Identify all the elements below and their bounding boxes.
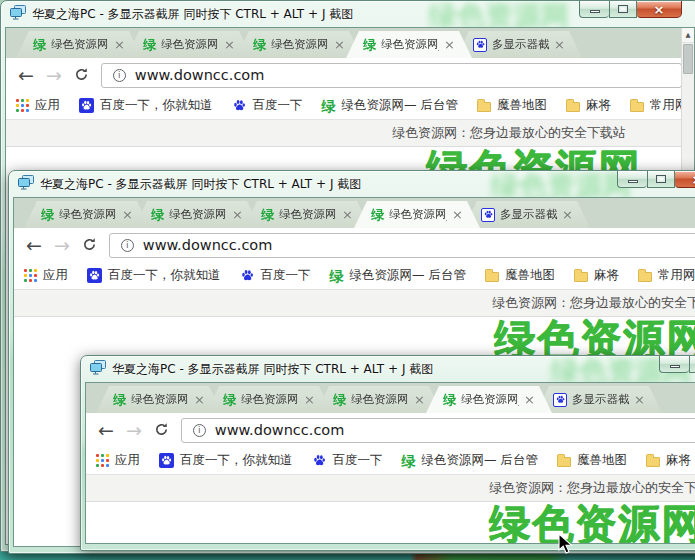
bookmark-apps[interactable]: 应用 xyxy=(16,97,60,114)
browser-tab[interactable]: 多显示器截屏 × xyxy=(456,31,582,58)
bookmark-label: 百度一下，你就知道 xyxy=(100,97,213,114)
reload-button[interactable] xyxy=(82,236,97,255)
bookmark-item[interactable]: 百度一下 xyxy=(240,267,311,284)
tab-close-icon[interactable]: × xyxy=(524,394,535,406)
bookmark-item[interactable]: 百度一下，你就知道 xyxy=(87,267,221,284)
browser-tab[interactable]: 多显示器截屏 × xyxy=(464,201,590,228)
browser-tab-active[interactable]: 绿 绿色资源网_绿 × xyxy=(426,386,552,413)
url-text[interactable]: www.downcc.com xyxy=(135,67,265,83)
page-info-icon[interactable]: i xyxy=(121,239,134,252)
scrollbar-thumb[interactable] xyxy=(683,44,693,74)
forward-button[interactable]: → xyxy=(46,66,62,85)
bookmark-item[interactable]: 绿 绿色资源网— 后台管 xyxy=(402,452,538,469)
page-content: 绿色资源网 www.downcc.com xyxy=(86,502,695,543)
tab-close-icon[interactable]: × xyxy=(334,39,345,51)
window-titlebar[interactable]: 华夏之海PC - 多显示器截屏 同时按下 CTRL + ALT + J 截图 绿… xyxy=(1,1,695,27)
browser-toolbar: ← → i www.downcc.com xyxy=(6,58,694,92)
bookmark-folder[interactable]: 魔兽地图 xyxy=(485,267,555,284)
back-button[interactable]: ← xyxy=(98,421,114,440)
tab-close-icon[interactable]: × xyxy=(114,39,125,51)
maximize-button[interactable] xyxy=(647,171,675,188)
window-title: 华夏之海PC - 多显示器截屏 同时按下 CTRL + ALT + J 截图 xyxy=(40,176,361,193)
bookmark-apps[interactable]: 应用 xyxy=(24,267,68,284)
browser-tab[interactable]: 绿 绿色资源网— × xyxy=(206,386,332,413)
maximize-button[interactable] xyxy=(609,1,637,18)
bookmark-item[interactable]: 绿 绿色资源网— 后台管 xyxy=(330,267,466,284)
tab-label: 多显示器截屏 xyxy=(572,392,629,407)
tab-close-icon[interactable]: × xyxy=(232,209,243,221)
browser-tab[interactable]: 绿 绿色资源网— × xyxy=(236,31,362,58)
tab-label: 绿色资源网— xyxy=(131,392,189,407)
address-bar[interactable]: i www.downcc.com xyxy=(181,418,695,443)
forward-button[interactable]: → xyxy=(54,236,70,255)
page-info-icon[interactable]: i xyxy=(193,424,206,437)
url-text[interactable]: www.downcc.com xyxy=(143,237,273,253)
site-favicon: 绿 xyxy=(333,393,346,406)
tab-label: 多显示器截屏 xyxy=(500,207,557,222)
back-button[interactable]: ← xyxy=(26,236,42,255)
baidu-paw-icon xyxy=(232,98,247,113)
browser-tab[interactable]: 绿 绿色资源网— × xyxy=(134,201,260,228)
browser-tab[interactable]: 绿 绿色资源网— × xyxy=(316,386,442,413)
minimize-button[interactable] xyxy=(579,1,609,18)
bookmark-folder[interactable]: 魔兽地图 xyxy=(557,452,627,469)
browser-tab[interactable]: 多显示器截屏 × xyxy=(536,386,662,413)
site-favicon: 绿 xyxy=(223,393,236,406)
bookmark-folder[interactable]: 麻将 xyxy=(574,267,619,284)
bookmark-label: 应用 xyxy=(115,452,140,469)
browser-tab-active[interactable]: 绿 绿色资源网_绿 × xyxy=(346,31,472,58)
bookmark-item[interactable]: 百度一下 xyxy=(312,452,383,469)
tab-close-icon[interactable]: × xyxy=(342,209,353,221)
reload-button[interactable] xyxy=(154,421,169,440)
site-favicon: 绿 xyxy=(443,393,456,406)
tab-label: 绿色资源网_绿 xyxy=(461,392,519,407)
bookmark-apps[interactable]: 应用 xyxy=(96,452,140,469)
tab-close-icon[interactable]: × xyxy=(562,209,573,221)
tab-close-icon[interactable]: × xyxy=(554,39,565,51)
bookmark-item[interactable]: 百度一下，你就知道 xyxy=(79,97,213,114)
maximize-button[interactable] xyxy=(689,356,695,373)
browser-tab[interactable]: 绿 绿色资源网— × xyxy=(244,201,370,228)
baidu-paw-icon xyxy=(312,453,327,468)
browser-tab[interactable]: 绿 绿色资源网— × xyxy=(24,201,150,228)
reload-button[interactable] xyxy=(74,66,89,85)
window-titlebar[interactable]: 华夏之海PC - 多显示器截屏 同时按下 CTRL + ALT + J 截图 绿… xyxy=(81,356,695,382)
url-text[interactable]: www.downcc.com xyxy=(215,422,345,438)
bookmark-item[interactable]: 绿 绿色资源网— 后台管 xyxy=(322,97,458,114)
scroll-up-button[interactable]: ▲ xyxy=(682,28,694,43)
browser-tab[interactable]: 绿 绿色资源网— × xyxy=(126,31,252,58)
bookmark-item[interactable]: 百度一下 xyxy=(232,97,303,114)
tab-close-icon[interactable]: × xyxy=(304,394,315,406)
forward-button[interactable]: → xyxy=(126,421,142,440)
window-titlebar[interactable]: 华夏之海PC - 多显示器截屏 同时按下 CTRL + ALT + J 截图 绿… xyxy=(9,171,695,197)
tab-close-icon[interactable]: × xyxy=(444,39,455,51)
bookmark-folder[interactable]: 麻将 xyxy=(566,97,611,114)
browser-tab[interactable]: 绿 绿色资源网— × xyxy=(16,31,142,58)
tab-close-icon[interactable]: × xyxy=(414,394,425,406)
tab-label: 绿色资源网_绿 xyxy=(381,37,439,52)
tab-close-icon[interactable]: × xyxy=(122,209,133,221)
green-site-icon: 绿 xyxy=(402,454,416,468)
tab-close-icon[interactable]: × xyxy=(452,209,463,221)
tab-close-icon[interactable]: × xyxy=(224,39,235,51)
baidu-favicon xyxy=(553,393,567,407)
browser-tab[interactable]: 绿 绿色资源网— × xyxy=(96,386,222,413)
bookmark-folder[interactable]: 麻将 xyxy=(646,452,691,469)
close-button[interactable]: × xyxy=(675,171,695,188)
minimize-button[interactable] xyxy=(617,171,647,188)
browser-tab-active[interactable]: 绿 绿色资源网_绿 × xyxy=(354,201,480,228)
bookmark-item[interactable]: 百度一下，你就知道 xyxy=(159,452,293,469)
baidu-paw-icon xyxy=(87,268,102,283)
site-favicon: 绿 xyxy=(261,208,274,221)
bookmark-folder[interactable]: 魔兽地图 xyxy=(477,97,547,114)
tab-close-icon[interactable]: × xyxy=(194,394,205,406)
address-bar[interactable]: i www.downcc.com xyxy=(101,63,682,88)
bookmark-folder[interactable]: 常用网站 xyxy=(638,267,695,284)
minimize-button[interactable] xyxy=(659,356,689,373)
tab-close-icon[interactable]: × xyxy=(634,394,645,406)
address-bar[interactable]: i www.downcc.com xyxy=(109,233,695,258)
page-info-icon[interactable]: i xyxy=(113,69,126,82)
green-site-icon: 绿 xyxy=(322,99,336,113)
close-button[interactable]: × xyxy=(637,1,682,18)
back-button[interactable]: ← xyxy=(18,66,34,85)
